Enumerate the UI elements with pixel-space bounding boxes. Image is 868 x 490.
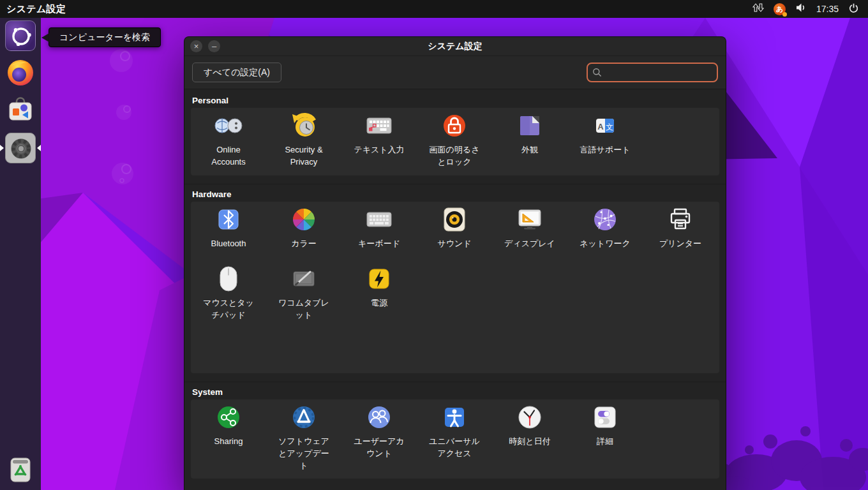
mouse-touchpad-icon [213, 264, 244, 294]
settings-item-label: ワコムタブレット [275, 297, 333, 322]
settings-item-label: 画面の明るさとロック [426, 144, 483, 168]
settings-item-mouse-touchpad[interactable]: マウスとタッチパッド [191, 264, 266, 323]
settings-item-label: マウスとタッチパッド [200, 297, 257, 322]
ubuntu-logo-icon [6, 21, 36, 52]
svg-text:A: A [597, 122, 604, 131]
online-accounts-icon [213, 110, 244, 141]
settings-item-time-date[interactable]: 時刻と日付 [492, 402, 567, 472]
section-divider [184, 184, 726, 184]
dash-tooltip-text: コンピューターを検索 [59, 32, 150, 43]
section-hardware: Hardware Bluetooth [191, 189, 719, 373]
search-input[interactable] [604, 68, 712, 78]
trash-icon [5, 454, 36, 485]
settings-item-label: ユーザーアカウント [350, 436, 408, 460]
settings-item-online-accounts[interactable]: Online Accounts [191, 110, 266, 170]
settings-item-text-entry[interactable]: テキスト入力 [341, 110, 417, 170]
settings-item-label: 詳細 [597, 436, 613, 448]
input-method-dot [782, 12, 787, 17]
settings-content: Personal Online Accounts [184, 89, 726, 490]
power-settings-icon [364, 264, 394, 294]
power-icon[interactable] [848, 3, 859, 16]
svg-text:文: 文 [606, 122, 613, 131]
launcher-item-dash-home[interactable] [5, 20, 36, 51]
settings-item-keyboard[interactable]: キーボード [341, 204, 417, 264]
all-settings-button[interactable]: すべての設定(A) [192, 63, 281, 82]
keyboard-switch-icon[interactable] [752, 3, 764, 15]
printers-icon [665, 204, 696, 235]
settings-item-printers[interactable]: プリンター [643, 204, 718, 264]
settings-item-universal-access[interactable]: ユニバーサルアクセス [417, 402, 492, 472]
settings-item-details[interactable]: 詳細 [567, 402, 643, 472]
color-icon [288, 204, 319, 235]
settings-item-language-support[interactable]: A 文 言語サポート [567, 110, 643, 170]
launcher [0, 18, 41, 490]
settings-item-label: Sharing [214, 436, 243, 448]
clock[interactable]: 17:35 [816, 4, 839, 14]
close-button[interactable]: × [190, 40, 202, 52]
settings-item-label: 時刻と日付 [509, 436, 550, 448]
settings-item-network[interactable]: ネットワーク [567, 204, 643, 264]
settings-item-power[interactable]: 電源 [341, 264, 417, 323]
system-panel: Sharing ソフトウェアとアップデート [191, 399, 719, 479]
keyboard-icon [364, 204, 394, 235]
settings-item-user-accounts[interactable]: ユーザーアカウント [341, 402, 417, 472]
sharing-icon [213, 402, 244, 433]
settings-item-displays[interactable]: ディスプレイ [492, 204, 567, 264]
launcher-item-system-settings[interactable] [5, 133, 36, 163]
settings-item-brightness-lock[interactable]: 画面の明るさとロック [417, 110, 492, 170]
language-support-icon: A 文 [590, 110, 620, 141]
system-settings-window: × – システム設定 すべての設定(A) Personal [184, 36, 726, 490]
settings-item-sound[interactable]: サウンド [417, 204, 492, 264]
universal-access-icon [439, 402, 470, 433]
settings-item-label: 電源 [371, 297, 387, 309]
section-personal: Personal Online Accounts [191, 96, 719, 175]
settings-item-label: ユニバーサルアクセス [426, 436, 483, 460]
bluetooth-icon [213, 204, 244, 235]
section-system: System Sharing [191, 387, 719, 479]
input-method-char: あ [776, 4, 783, 14]
section-title: Personal [192, 96, 718, 105]
desktop: { "colors": { "desktop_base": "#7d13e8",… [0, 0, 868, 490]
system-tray: あ 17:35 [752, 3, 868, 16]
search-box[interactable] [587, 63, 718, 82]
wacom-tablet-icon [288, 264, 319, 294]
search-icon [592, 68, 602, 77]
settings-item-label: テキスト入力 [354, 144, 404, 156]
settings-item-label: 言語サポート [580, 144, 631, 156]
section-title: Hardware [192, 189, 718, 199]
launcher-item-firefox[interactable] [5, 57, 36, 88]
top-panel: システム設定 あ 17:35 [0, 0, 868, 18]
input-method-icon[interactable]: あ [774, 3, 786, 15]
settings-item-bluetooth[interactable]: Bluetooth [191, 204, 266, 264]
section-divider [184, 382, 726, 382]
user-accounts-icon [364, 402, 394, 433]
personal-panel: Online Accounts Security & Privacy [191, 108, 719, 175]
time-date-icon [514, 402, 545, 433]
settings-item-software-updates[interactable]: ソフトウェアとアップデート [266, 402, 341, 472]
minimize-button[interactable]: – [208, 40, 220, 52]
settings-item-security-privacy[interactable]: Security & Privacy [266, 110, 341, 170]
settings-item-sharing[interactable]: Sharing [191, 402, 266, 472]
running-indicator-arrow [0, 145, 4, 151]
settings-item-label: Security & Privacy [275, 144, 333, 168]
text-entry-icon [364, 110, 394, 141]
gear-icon [6, 133, 36, 164]
settings-item-appearance[interactable]: 外観 [492, 110, 567, 170]
brightness-lock-icon [439, 110, 470, 141]
settings-item-label: Bluetooth [211, 238, 246, 250]
settings-item-color[interactable]: カラー [266, 204, 341, 264]
settings-item-label: ソフトウェアとアップデート [275, 436, 333, 472]
ubuntu-software-icon [5, 95, 36, 126]
settings-item-label: ネットワーク [580, 238, 631, 250]
details-icon [590, 402, 620, 433]
settings-item-label: Online Accounts [200, 144, 257, 168]
settings-item-label: サウンド [437, 238, 471, 250]
launcher-item-trash[interactable] [5, 454, 36, 485]
settings-item-label: 外観 [521, 144, 538, 156]
volume-icon[interactable] [795, 3, 807, 15]
window-title: システム設定 [184, 41, 726, 52]
settings-item-wacom-tablet[interactable]: ワコムタブレット [266, 264, 341, 323]
launcher-item-ubuntu-software[interactable] [5, 95, 36, 126]
window-titlebar[interactable]: × – システム設定 [184, 37, 726, 56]
hardware-panel: Bluetooth カラー [191, 202, 719, 373]
